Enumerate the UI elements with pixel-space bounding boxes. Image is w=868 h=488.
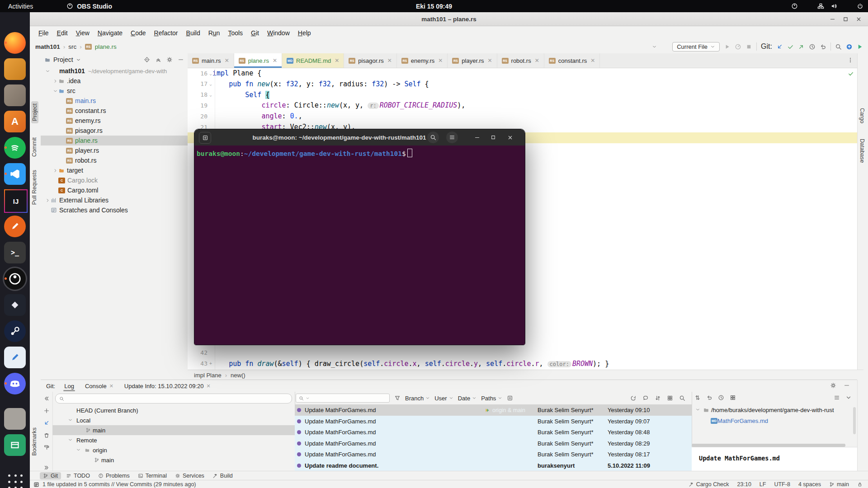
- tab-close-icon[interactable]: ✕: [488, 57, 492, 64]
- obs-icon[interactable]: [791, 3, 798, 9]
- system-tray[interactable]: [791, 0, 863, 12]
- tab-close-icon[interactable]: ✕: [535, 57, 539, 64]
- project-panel-header[interactable]: Project: [41, 53, 188, 66]
- menu-help[interactable]: Help: [294, 28, 315, 38]
- menu-refactor[interactable]: Refactor: [150, 28, 182, 38]
- branch-row-main[interactable]: main: [52, 455, 295, 465]
- status-message[interactable]: 1 file updated in 5 commits // View Comm…: [30, 481, 196, 488]
- open-in-new-tab-icon[interactable]: [507, 395, 513, 401]
- profile-icon[interactable]: [735, 43, 741, 50]
- dock-item-video-app[interactable]: [4, 294, 26, 316]
- dock-item-steam[interactable]: [4, 320, 26, 342]
- dock-item-files[interactable]: [4, 58, 26, 80]
- menu-build[interactable]: Build: [182, 28, 204, 38]
- menu-window[interactable]: Window: [263, 28, 294, 38]
- dock-item-discord[interactable]: [4, 373, 26, 394]
- dock-item-app-store[interactable]: A: [4, 111, 26, 132]
- rollback-icon[interactable]: [706, 394, 712, 401]
- tree-item-pisagor-rs[interactable]: RSpisagor.rs: [41, 126, 188, 136]
- stripe-bookmarks[interactable]: Bookmarks: [31, 427, 38, 456]
- chevron-down-icon[interactable]: [68, 417, 73, 424]
- stripe-project[interactable]: Project: [31, 101, 38, 123]
- terminal-search-button[interactable]: [427, 131, 439, 143]
- menu-tools[interactable]: Tools: [224, 28, 247, 38]
- stripe-database[interactable]: Database: [859, 139, 865, 163]
- view-options-icon[interactable]: [667, 395, 673, 401]
- filter-funnel-icon[interactable]: [394, 395, 401, 401]
- volume-icon[interactable]: [830, 3, 837, 9]
- branch-row-origin[interactable]: origin: [52, 445, 295, 455]
- paint-icon[interactable]: [43, 444, 50, 450]
- status-item-utf-8[interactable]: UTF-8: [774, 481, 790, 488]
- tree-item-target[interactable]: target: [41, 165, 188, 175]
- focused-app-menu[interactable]: OBS Studio: [66, 3, 112, 10]
- tab-close-icon[interactable]: ✕: [590, 57, 595, 64]
- inspections-ok-icon[interactable]: [848, 70, 854, 77]
- tool-tab-services[interactable]: Services: [172, 472, 208, 479]
- menu-run[interactable]: Run: [204, 28, 224, 38]
- lock-icon[interactable]: [857, 482, 863, 487]
- tree-item-constant-rs[interactable]: RSconstant.rs: [41, 106, 188, 116]
- horizontal-scrollbar[interactable]: [692, 444, 845, 447]
- chevron-down-icon[interactable]: [68, 437, 73, 444]
- tool-tab-build[interactable]: Build: [209, 472, 236, 479]
- search-everywhere-icon[interactable]: [835, 43, 842, 50]
- stripe-pull-requests[interactable]: Pull Requests: [31, 170, 38, 205]
- collapse-all-icon[interactable]: [155, 56, 161, 63]
- status-git-branch[interactable]: main: [829, 481, 849, 488]
- tab-close-icon[interactable]: ✕: [335, 57, 339, 64]
- editor-breadcrumb-item[interactable]: impl Plane: [194, 372, 222, 379]
- git-update-icon[interactable]: [776, 43, 783, 50]
- tool-tab-problems[interactable]: Problems: [95, 472, 133, 479]
- branch-toolbar[interactable]: [41, 392, 53, 475]
- terminal-title-bar[interactable]: buraks@moon: ~/development/game-dev-with…: [194, 129, 525, 145]
- dock-item-spotify[interactable]: [4, 137, 26, 159]
- git-tab-log[interactable]: Log: [60, 381, 79, 391]
- tab-close-icon[interactable]: ✕: [438, 57, 443, 64]
- menu-view[interactable]: View: [72, 28, 94, 38]
- menu-git[interactable]: Git: [247, 28, 263, 38]
- stop-icon[interactable]: [745, 43, 752, 50]
- tab-player-rs[interactable]: RSplayer.rs✕: [448, 53, 497, 68]
- refresh-icon[interactable]: [630, 395, 637, 401]
- menu-navigate[interactable]: Navigate: [94, 28, 127, 38]
- intellisort-icon[interactable]: [642, 395, 649, 401]
- details-toolbar-left[interactable]: [694, 392, 736, 404]
- tab-plane-rs[interactable]: RSplane.rs✕: [234, 53, 282, 68]
- close-button[interactable]: [504, 131, 516, 143]
- history-icon[interactable]: [718, 394, 724, 401]
- expand-right-icon[interactable]: [43, 465, 50, 471]
- go-to-hash-icon[interactable]: [679, 395, 685, 401]
- dock-item-terminal-app[interactable]: >_: [4, 242, 26, 263]
- tree-item-plane-rs[interactable]: RSplane.rs: [41, 136, 188, 145]
- dock-item-editor-blue[interactable]: [4, 347, 26, 368]
- dock-item-firefox[interactable]: [4, 32, 26, 54]
- tree-item--idea[interactable]: .idea: [41, 76, 188, 86]
- editor-breadcrumb-item[interactable]: new(): [231, 372, 245, 379]
- git-tab-update-info[interactable]: Update Info: 15.10.2022 09:20✕: [120, 381, 215, 391]
- commit-row[interactable]: Update MathForGames.mdBurak Selim Senyur…: [295, 427, 692, 438]
- collapse-left-icon[interactable]: [43, 395, 50, 402]
- tree-item-main-rs[interactable]: RSmain.rs: [41, 96, 188, 106]
- commit-row[interactable]: Update readme document.buraksenyurt5.10.…: [295, 460, 692, 471]
- maximize-button[interactable]: [487, 131, 499, 143]
- chevron-down-icon[interactable]: [845, 394, 852, 401]
- commit-row[interactable]: Update MathForGames.mdorigin & mainBurak…: [295, 404, 692, 416]
- menu-code[interactable]: Code: [127, 28, 150, 38]
- run-icon[interactable]: [724, 43, 731, 50]
- tree-item-enemy-rs[interactable]: RSenemy.rs: [41, 116, 188, 126]
- history-icon[interactable]: [809, 43, 816, 50]
- ide-update-icon[interactable]: [846, 43, 853, 50]
- tab-close-icon[interactable]: ✕: [387, 57, 392, 64]
- dock-item-obs-studio[interactable]: [4, 268, 26, 290]
- maximize-button-icon[interactable]: [843, 16, 849, 22]
- diff-icon[interactable]: [694, 394, 701, 401]
- tree-item-external-libraries[interactable]: External Libraries: [41, 195, 188, 205]
- group-by-icon[interactable]: [730, 394, 736, 401]
- tree-item-src[interactable]: src: [41, 86, 188, 96]
- status-item-cargo-check[interactable]: Cargo Check: [689, 481, 729, 488]
- run-configuration-select[interactable]: Current File: [672, 42, 720, 52]
- tree-item-cargo-toml[interactable]: CCargo.toml: [41, 185, 188, 195]
- tab-close-icon[interactable]: ✕: [207, 383, 211, 389]
- commit-row[interactable]: Update MathForGames.mdBurak Selim Senyur…: [295, 438, 692, 449]
